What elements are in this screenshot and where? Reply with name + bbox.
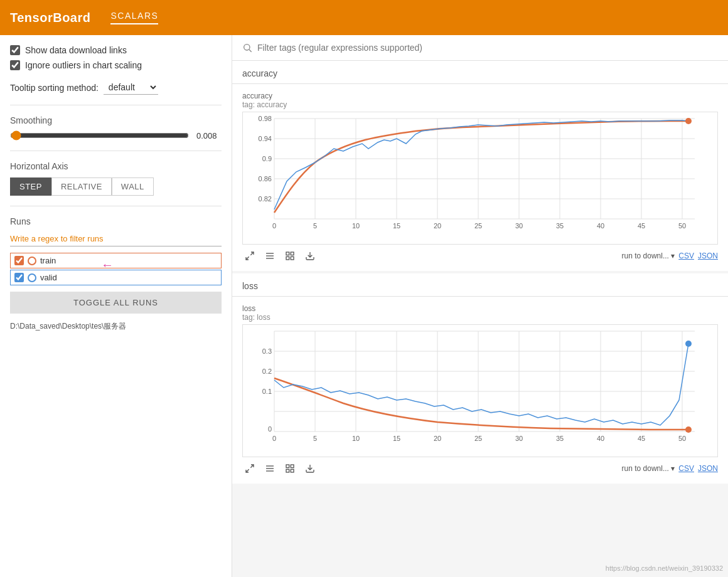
accuracy-orange-dot	[685, 118, 692, 124]
svg-line-1	[249, 50, 252, 52]
svg-point-0	[244, 45, 250, 50]
accuracy-expand-button[interactable]	[242, 248, 257, 263]
loss-blue-line	[274, 344, 688, 425]
runs-section: Runs train valid ← TOGGLE ALL RUNS D:\Da…	[10, 216, 222, 332]
divider-2	[10, 151, 222, 151]
horizontal-axis-title: Horizontal Axis	[10, 161, 222, 171]
svg-text:45: 45	[638, 435, 645, 442]
run-valid-checkbox[interactable]	[14, 273, 24, 282]
axis-buttons-group: STEP RELATIVE WALL	[10, 177, 222, 196]
loss-blue-dot	[685, 341, 692, 347]
settings-section: Show data download links Ignore outliers…	[10, 45, 222, 70]
run-train-checkbox[interactable]	[14, 256, 24, 265]
accuracy-download-button[interactable]	[302, 248, 318, 263]
accuracy-section: accuracy accuracy tag: accuracy	[232, 61, 728, 271]
main-layout: Show data download links Ignore outliers…	[0, 35, 728, 577]
loss-section-title: loss	[232, 273, 728, 297]
accuracy-run-to-download[interactable]: run to downl... ▾	[622, 251, 675, 260]
runs-list: train valid ←	[10, 253, 222, 285]
loss-csv-link[interactable]: CSV	[678, 464, 694, 473]
loss-chart-container: loss tag: loss	[232, 297, 728, 484]
loss-orange-dot	[685, 426, 692, 433]
search-input[interactable]	[257, 43, 718, 53]
axis-wall-button[interactable]: WALL	[112, 177, 154, 196]
svg-text:50: 50	[678, 435, 686, 442]
nav-scalars[interactable]: SCALARS	[110, 11, 158, 24]
run-valid-circle	[28, 273, 36, 282]
run-train-circle	[28, 257, 36, 265]
svg-text:0: 0	[272, 222, 276, 230]
smoothing-value: 0.008	[196, 131, 222, 140]
svg-rect-83	[291, 465, 294, 468]
search-icon	[242, 43, 252, 53]
loss-chart-area: 0.3 0.2 0.1 0 0 5 10 15 20 25	[242, 324, 718, 457]
ignore-outliers-checkbox[interactable]	[10, 60, 20, 70]
loss-expand-button[interactable]	[242, 461, 257, 476]
svg-line-78	[246, 469, 249, 472]
search-bar	[232, 35, 728, 61]
smoothing-row: 0.008	[10, 130, 222, 140]
loss-chart-toolbar: run to downl... ▾ CSV JSON	[242, 457, 718, 479]
svg-rect-84	[291, 469, 294, 472]
accuracy-csv-link[interactable]: CSV	[678, 251, 694, 260]
tooltip-sort-select[interactable]: default	[104, 80, 158, 95]
accuracy-chart-area: 0.98 0.94 0.9 0.86 0.82 0 5 10 15 2	[242, 112, 718, 245]
svg-text:0.9: 0.9	[262, 155, 272, 162]
svg-text:20: 20	[434, 222, 441, 230]
loss-download-button[interactable]	[302, 461, 318, 476]
loss-chart-svg: 0.3 0.2 0.1 0 0 5 10 15 20 25	[243, 325, 707, 457]
svg-text:25: 25	[474, 222, 482, 230]
loss-fit-button[interactable]	[282, 461, 297, 476]
svg-text:40: 40	[597, 435, 604, 442]
header: TensorBoard SCALARS	[0, 0, 728, 35]
accuracy-fit-button[interactable]	[282, 248, 297, 263]
loss-chart-title: loss	[242, 304, 255, 313]
accuracy-blue-line	[274, 120, 688, 209]
svg-rect-41	[291, 252, 294, 255]
svg-text:5: 5	[313, 435, 317, 442]
data-path-label: D:\Data_saved\Desktop\tes\服务器	[10, 321, 222, 332]
svg-text:0.98: 0.98	[259, 115, 272, 122]
loss-orange-line	[274, 378, 688, 430]
accuracy-section-title: accuracy	[232, 61, 728, 84]
svg-text:35: 35	[556, 435, 564, 442]
loss-json-link[interactable]: JSON	[698, 464, 718, 473]
loss-run-to-download[interactable]: run to downl... ▾	[622, 464, 675, 473]
accuracy-download-row: run to downl... ▾ CSV JSON	[622, 251, 718, 260]
horizontal-axis-section: Horizontal Axis STEP RELATIVE WALL	[10, 161, 222, 196]
svg-line-77	[250, 465, 254, 468]
tooltip-sort-label: Tooltip sorting method:	[10, 83, 99, 93]
loss-section: loss loss tag: loss	[232, 273, 728, 484]
svg-text:20: 20	[434, 435, 441, 442]
run-train-label: train	[40, 256, 56, 265]
svg-text:0: 0	[268, 425, 272, 433]
toggle-all-runs-button[interactable]: TOGGLE ALL RUNS	[10, 292, 222, 314]
run-valid-label: valid	[40, 273, 57, 282]
axis-relative-button[interactable]: RELATIVE	[51, 177, 112, 196]
svg-text:40: 40	[597, 222, 604, 230]
app-logo: TensorBoard	[10, 11, 90, 25]
svg-text:0.82: 0.82	[259, 195, 272, 203]
accuracy-lines-button[interactable]	[262, 248, 277, 263]
svg-rect-85	[286, 469, 289, 472]
svg-line-35	[250, 252, 254, 255]
svg-text:30: 30	[515, 222, 523, 230]
accuracy-json-link[interactable]: JSON	[698, 251, 718, 260]
show-data-links-row: Show data download links	[10, 45, 222, 55]
svg-text:10: 10	[352, 435, 360, 442]
loss-chart-meta: loss tag: loss	[242, 304, 718, 322]
show-data-links-checkbox[interactable]	[10, 45, 20, 55]
svg-text:50: 50	[678, 222, 686, 230]
axis-step-button[interactable]: STEP	[10, 177, 51, 196]
loss-lines-button[interactable]	[262, 461, 277, 476]
svg-rect-82	[286, 465, 289, 468]
svg-text:0.94: 0.94	[259, 135, 272, 142]
runs-filter-input[interactable]	[10, 231, 222, 246]
accuracy-chart-meta: accuracy tag: accuracy	[242, 92, 718, 109]
smoothing-slider[interactable]	[10, 130, 189, 140]
svg-text:30: 30	[515, 435, 523, 442]
accuracy-chart-toolbar: run to downl... ▾ CSV JSON	[242, 245, 718, 266]
loss-download-row: run to downl... ▾ CSV JSON	[622, 464, 718, 473]
svg-text:10: 10	[352, 222, 360, 230]
svg-text:0.1: 0.1	[262, 388, 272, 395]
